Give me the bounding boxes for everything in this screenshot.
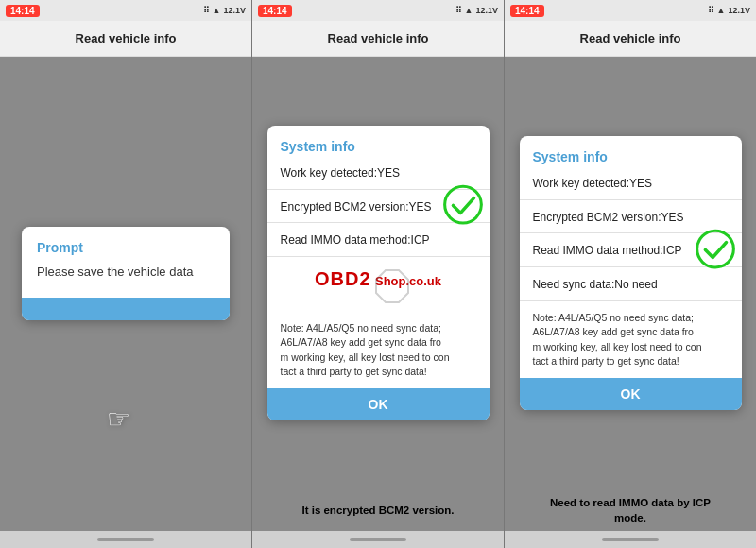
bottom-bar-1 [0, 531, 251, 548]
sysinfo-row-3-1: Encrypted BCM2 version:YES [533, 210, 729, 226]
signal-icons-1: ⠿ ▲ [203, 6, 220, 15]
status-icons-2: ⠿ ▲ 12.1V [455, 6, 498, 15]
caption-text-3: Need to read IMMO data by ICP mode. [550, 495, 711, 525]
caption-area-3: Need to read IMMO data by ICP mode. [505, 489, 756, 531]
cursor-hand-icon: ☞ [107, 403, 130, 435]
status-icons-3: ⠿ ▲ 12.1V [708, 6, 750, 15]
nav-title-2: Read vehicle info [328, 31, 429, 45]
sysinfo-row-2-2: Read IMMO data method:ICP [281, 232, 476, 248]
sysinfo-note-3: Note: A4L/A5/Q5 no need sync data; A6L/A… [533, 311, 729, 368]
svg-point-0 [444, 186, 481, 223]
nav-bar-3: Read vehicle info [505, 21, 756, 57]
sysinfo-row-3-0: Work key detected:YES [533, 176, 729, 192]
status-time-2: 14:14 [258, 5, 292, 17]
panels-container: 14:14 ⠿ ▲ 12.1V Read vehicle info Prompt… [0, 0, 756, 548]
caption-area-1 [0, 489, 251, 531]
phone-content-3: System info Work key detected:YES Encryp… [505, 57, 756, 489]
phone-panel-3: 14:14 ⠿ ▲ 12.1V Read vehicle info System… [505, 0, 756, 548]
sysinfo-need-sync-3: Need sync data:No need [533, 277, 729, 293]
sysinfo-divider-3-0 [520, 199, 742, 200]
signal-icons-3: ⠿ ▲ [708, 6, 725, 15]
caption-area-2: It is encrypted BCM2 version. [252, 489, 504, 531]
sysinfo-btn-label-2: OK [369, 397, 388, 412]
watermark-obd2: OBD2 [315, 268, 371, 289]
caption-text-2: It is encrypted BCM2 version. [301, 503, 454, 518]
voltage-1: 12.1V [223, 6, 246, 15]
prompt-title: Prompt [37, 240, 215, 255]
voltage-3: 12.1V [728, 6, 750, 15]
prompt-message: Please save the vehicle data [37, 265, 215, 283]
signal-icons-2: ⠿ ▲ [455, 6, 472, 15]
sysinfo-btn-label-3: OK [621, 386, 641, 402]
status-icons-1: ⠿ ▲ 12.1V [203, 6, 246, 15]
nav-title-1: Read vehicle info [76, 31, 177, 45]
sysinfo-divider-3-3 [520, 300, 742, 301]
sysinfo-ok-button-3[interactable]: OK [520, 378, 742, 410]
status-bar-2: 14:14 ⠿ ▲ 12.1V [252, 0, 504, 21]
home-indicator-1 [97, 538, 154, 541]
bottom-bar-2 [252, 531, 504, 548]
home-indicator-3 [602, 538, 659, 541]
status-bar-3: 14:14 ⠿ ▲ 12.1V [505, 0, 756, 21]
status-time-3: 14:14 [510, 5, 544, 17]
sysinfo-divider-2-2 [267, 256, 490, 257]
svg-marker-1 [376, 270, 408, 302]
home-indicator-2 [350, 538, 406, 541]
prompt-dialog: Prompt Please save the vehicle data [22, 227, 230, 320]
sysinfo-ok-button-2[interactable]: OK [267, 388, 490, 420]
bottom-bar-3 [505, 531, 756, 548]
nav-title-3: Read vehicle info [580, 31, 681, 45]
sysinfo-dialog-2: System info Work key detected:YES Encryp… [267, 126, 490, 420]
nav-bar-1: Read vehicle info [0, 21, 251, 57]
phone-panel-2: 14:14 ⠿ ▲ 12.1V Read vehicle info System… [252, 0, 505, 548]
phone-panel-1: 14:14 ⠿ ▲ 12.1V Read vehicle info Prompt… [0, 0, 252, 548]
svg-point-2 [696, 231, 733, 267]
sysinfo-row-3-2: Read IMMO data method:ICP [533, 243, 729, 259]
sysinfo-title-2: System info [281, 139, 476, 154]
sysinfo-title-3: System info [533, 149, 729, 164]
phone-content-1: Prompt Please save the vehicle data ☞ [0, 57, 251, 489]
status-bar-1: 14:14 ⠿ ▲ 12.1V [0, 0, 251, 21]
phone-content-2: System info Work key detected:YES Encryp… [252, 57, 504, 489]
voltage-2: 12.1V [475, 6, 498, 15]
status-time-1: 14:14 [6, 5, 40, 17]
sysinfo-row-2-0: Work key detected:YES [281, 165, 476, 181]
sysinfo-row-2-1: Encrypted BCM2 version:YES [281, 199, 476, 215]
checkmark-icon-3 [695, 228, 736, 274]
prompt-ok-button[interactable] [22, 298, 230, 320]
nav-bar-2: Read vehicle info [252, 21, 504, 57]
sysinfo-dialog-3: System info Work key detected:YES Encryp… [520, 136, 742, 410]
checkmark-icon-2 [442, 184, 484, 231]
sysinfo-note-2: Note: A4L/A5/Q5 no need sync data; A6L/A… [281, 321, 476, 379]
